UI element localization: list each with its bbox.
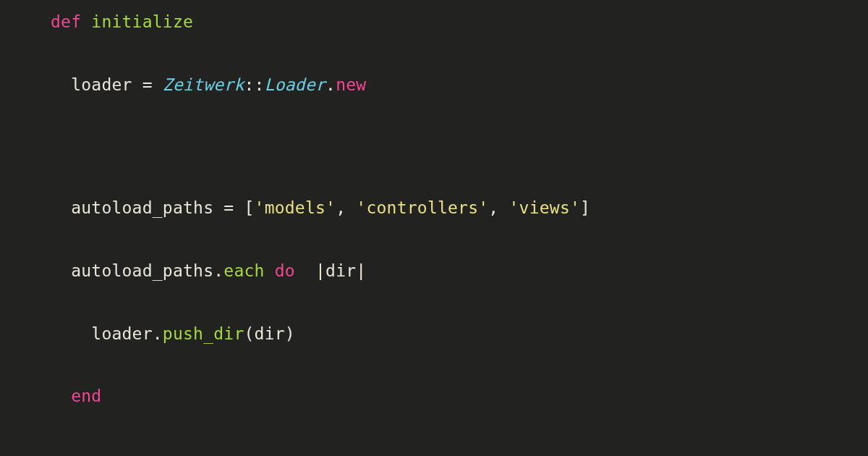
blank-line — [0, 450, 868, 456]
variable: autoload_paths — [71, 261, 213, 280]
code-line-1: def initialize — [0, 13, 868, 31]
method-name: initialize — [91, 12, 193, 31]
string-literal: 'models' — [255, 198, 336, 217]
string-literal: 'views' — [509, 198, 581, 217]
method-call: new — [336, 75, 366, 94]
blank-line — [0, 138, 868, 155]
variable: loader — [71, 75, 132, 94]
code-line-4: autoload_paths.each do |dir| — [0, 262, 868, 280]
code-line-3: autoload_paths = ['models', 'controllers… — [0, 199, 868, 217]
scope-operator: :: — [244, 75, 264, 94]
code-line-6: end — [0, 387, 868, 405]
variable: loader — [91, 324, 152, 343]
argument: dir — [255, 324, 285, 343]
keyword-do: do — [275, 261, 295, 280]
variable: autoload_paths — [71, 198, 213, 217]
equals-operator: = — [142, 75, 153, 94]
block-arg: dir — [326, 261, 356, 280]
code-block: def initialize loader = Zeitwerk::Loader… — [0, 13, 868, 456]
class-name: Loader — [265, 75, 326, 94]
bracket-close: ] — [580, 198, 590, 217]
dot-operator: . — [326, 75, 336, 94]
code-line-2: loader = Zeitwerk::Loader.new — [0, 76, 868, 94]
bracket-open: [ — [244, 198, 254, 217]
paren-close: ) — [285, 324, 295, 343]
class-name: Zeitwerk — [163, 75, 244, 94]
keyword-end: end — [71, 387, 101, 405]
keyword-def: def — [51, 12, 81, 31]
equals-operator: = — [224, 198, 234, 217]
paren-open: ( — [244, 324, 254, 343]
string-literal: 'controllers' — [356, 198, 488, 217]
method-call: each — [224, 261, 264, 280]
method-call: push_dir — [163, 324, 244, 343]
code-line-5: loader.push_dir(dir) — [0, 325, 868, 343]
pipe-open — [305, 261, 315, 280]
